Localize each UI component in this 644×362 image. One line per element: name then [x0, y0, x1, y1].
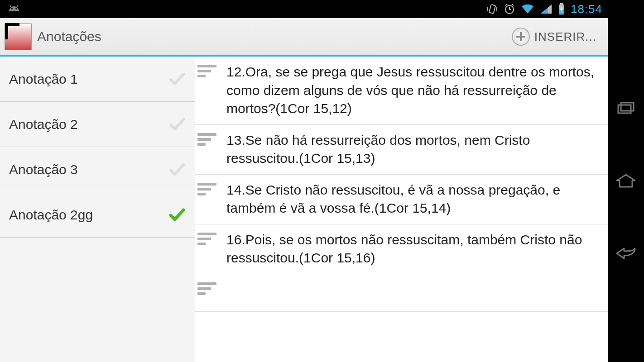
action-bar: Anotações INSERIR... [0, 18, 608, 57]
check-icon [168, 161, 186, 178]
sidebar-item-annotation[interactable]: Anotação 2gg [0, 192, 195, 238]
battery-charging-icon [558, 3, 565, 15]
drag-handle-icon[interactable] [197, 282, 220, 305]
sidebar-item-label: Anotação 2gg [9, 207, 93, 223]
home-button[interactable] [615, 172, 637, 190]
sidebar-item-annotation[interactable]: Anotação 1 [0, 57, 195, 102]
device-frame: 18:54 Anotações INSERIR... [0, 0, 644, 362]
recent-apps-button[interactable] [615, 100, 637, 118]
svg-rect-13 [560, 3, 563, 5]
insert-button[interactable]: INSERIR... [505, 23, 603, 50]
app-icon[interactable] [5, 23, 32, 50]
android-nav-bar [608, 0, 644, 362]
sidebar-item-annotation[interactable]: Anotação 3 [0, 147, 195, 192]
svg-rect-4 [489, 5, 495, 14]
notes-list[interactable]: 12.Ora, se se prega que Jesus ressuscito… [195, 57, 608, 362]
note-text: 16.Pois, se os mortos não ressuscitam, t… [226, 231, 603, 267]
note-text: 12.Ora, se se prega que Jesus ressuscito… [226, 63, 603, 118]
android-debug-icon [5, 3, 23, 15]
note-text: 14.Se Cristo não ressuscitou, é vã a nos… [226, 181, 603, 218]
wifi-icon [521, 4, 534, 14]
svg-line-3 [17, 5, 18, 7]
drag-handle-icon[interactable] [197, 65, 220, 87]
svg-line-2 [10, 5, 11, 7]
app-window: Anotações INSERIR... Anotação 1 Anotação… [0, 18, 608, 362]
sidebar-item-label: Anotação 1 [9, 71, 78, 87]
alarm-icon [504, 3, 515, 15]
content-area: Anotação 1 Anotação 2 Anotação 3 Anotaçã… [0, 57, 608, 362]
sidebar-item-label: Anotação 3 [9, 162, 78, 177]
note-row[interactable]: 13.Se não há ressurreição dos mortos, ne… [195, 125, 608, 175]
android-status-bar: 18:54 [0, 0, 608, 18]
note-row[interactable]: 16.Pois, se os mortos não ressuscitam, t… [195, 224, 608, 274]
signal-icon [540, 4, 553, 14]
check-icon [168, 71, 186, 88]
status-clock: 18:54 [571, 2, 602, 16]
svg-line-11 [512, 4, 514, 5]
svg-line-10 [505, 4, 507, 5]
note-row[interactable]: 14.Se Cristo não ressuscitou, é vã a nos… [195, 175, 608, 224]
sidebar-item-annotation[interactable]: Anotação 2 [0, 102, 195, 147]
svg-rect-15 [618, 105, 631, 113]
drag-handle-icon[interactable] [197, 183, 220, 205]
back-button[interactable] [615, 244, 637, 262]
note-text: 13.Se não há ressurreição dos mortos, ne… [226, 131, 603, 168]
svg-rect-16 [621, 103, 634, 111]
drag-handle-icon[interactable] [197, 233, 220, 255]
sidebar-item-label: Anotação 2 [9, 117, 78, 132]
check-icon [168, 116, 186, 133]
drag-handle-icon[interactable] [197, 133, 220, 156]
plus-icon [512, 28, 530, 46]
svg-point-0 [11, 8, 13, 10]
svg-point-1 [15, 8, 17, 10]
note-row[interactable] [195, 274, 608, 312]
insert-button-label: INSERIR... [534, 30, 596, 44]
page-title: Anotações [37, 29, 505, 44]
check-icon-selected [168, 206, 186, 224]
vibrate-icon [486, 3, 498, 15]
note-row[interactable]: 12.Ora, se se prega que Jesus ressuscito… [195, 57, 608, 125]
annotations-sidebar[interactable]: Anotação 1 Anotação 2 Anotação 3 Anotaçã… [0, 57, 195, 362]
